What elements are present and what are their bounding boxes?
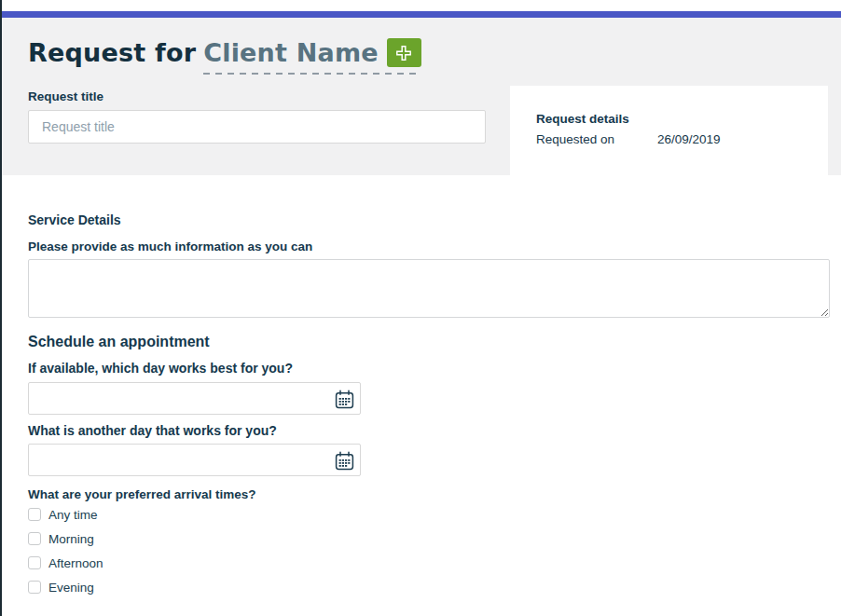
client-name: Client Name xyxy=(203,38,379,67)
request-details-title: Request details xyxy=(536,112,828,126)
request-title-input[interactable] xyxy=(28,110,486,144)
requested-on-row: Requested on 26/09/2019 xyxy=(536,132,828,146)
window-top-strip xyxy=(2,0,841,11)
service-form-section: Service Details Please provide as much i… xyxy=(2,175,841,616)
calendar-icon xyxy=(335,390,354,409)
checkbox-any-time[interactable] xyxy=(28,508,41,521)
add-client-button[interactable] xyxy=(387,38,421,67)
requested-on-value: 26/09/2019 xyxy=(657,132,721,146)
checkbox-row-evening[interactable]: Evening xyxy=(28,580,103,595)
second-day-label: What is another day that works for you? xyxy=(28,423,277,438)
first-day-input[interactable] xyxy=(29,383,328,414)
accent-top-bar xyxy=(2,11,841,18)
client-name-selector[interactable]: Client Name xyxy=(203,38,421,75)
page-title-prefix: Request for xyxy=(28,38,196,67)
checkbox-label: Any time xyxy=(48,508,98,522)
checkbox-row-any-time[interactable]: Any time xyxy=(28,507,103,522)
request-details-card: Request details Requested on 26/09/2019 xyxy=(510,86,828,179)
checkbox-label: Evening xyxy=(48,581,94,595)
second-day-input[interactable] xyxy=(29,445,328,475)
first-day-field xyxy=(28,382,361,415)
second-day-calendar-button[interactable] xyxy=(335,451,354,471)
request-header-section: Request forClient Name Request title Req… xyxy=(2,18,841,175)
service-details-heading: Service Details xyxy=(28,212,121,227)
checkbox-label: Afternoon xyxy=(48,556,103,570)
request-title-label: Request title xyxy=(28,89,103,103)
checkbox-afternoon[interactable] xyxy=(28,556,41,569)
calendar-icon xyxy=(335,451,354,471)
checkbox-morning[interactable] xyxy=(28,532,41,545)
first-day-label: If available, which day works best for y… xyxy=(28,361,293,376)
schedule-appointment-heading: Schedule an appointment xyxy=(28,334,210,350)
service-info-label: Please provide as much information as yo… xyxy=(28,240,312,253)
checkbox-label: Morning xyxy=(48,532,94,546)
arrival-times-label: What are your preferred arrival times? xyxy=(28,487,256,501)
page-title: Request forClient Name xyxy=(28,38,421,75)
second-day-field xyxy=(28,444,361,476)
checkbox-row-afternoon[interactable]: Afternoon xyxy=(28,555,103,570)
service-info-textarea[interactable] xyxy=(28,259,830,318)
requested-on-label: Requested on xyxy=(536,132,614,146)
checkbox-row-morning[interactable]: Morning xyxy=(28,531,103,546)
arrival-times-group: Any time Morning Afternoon Evening xyxy=(28,507,103,604)
first-day-calendar-button[interactable] xyxy=(335,390,354,409)
checkbox-evening[interactable] xyxy=(28,581,41,594)
plus-icon xyxy=(395,45,412,62)
